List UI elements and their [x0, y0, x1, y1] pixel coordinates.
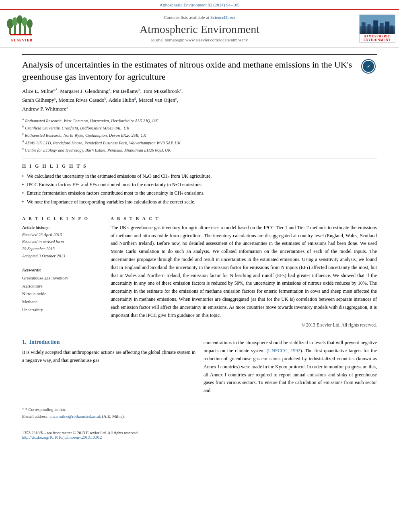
- email-label: E-mail address:: [22, 414, 49, 419]
- svg-point-3: [12, 17, 18, 26]
- intro-text-left: It is widely accepted that anthropogenic…: [22, 349, 195, 365]
- science-direct-prefix: Contents lists available at: [164, 15, 210, 20]
- unfccc-link[interactable]: UNFCCC, 1992: [268, 348, 300, 353]
- abstract-title: A B S T R A C T: [111, 216, 377, 221]
- svg-rect-14: [367, 24, 370, 33]
- keyword-5: Uncertainty: [22, 306, 103, 314]
- svg-rect-15: [373, 21, 378, 34]
- highlight-3: Enteric fermentation emission factors co…: [22, 189, 377, 197]
- intro-col-left: 1. Introduction It is widely accepted th…: [22, 339, 195, 395]
- footer-bottom: 1352-2310/$ – see front matter © 2013 El…: [22, 428, 377, 440]
- crossmark-icon: ✓: [361, 59, 376, 74]
- keyword-1: Greenhouse gas inventory: [22, 274, 103, 282]
- corresponding-label: * Corresponding author.: [25, 407, 66, 412]
- elsevier-logo-area: ELSEVIER: [0, 13, 44, 44]
- affil-e: e Centre for Ecology and Hydrology, Bush…: [22, 146, 377, 153]
- crossmark-area: ✓: [361, 59, 377, 76]
- article-info-title: A R T I C L E I N F O: [22, 216, 103, 221]
- author-adele: Adele Hulind: [109, 97, 136, 103]
- keyword-4: Methane: [22, 298, 103, 306]
- divider-2: [22, 211, 377, 211]
- journal-reference: Atmospheric Environment 82 (2014) 94–105: [0, 0, 399, 9]
- svg-rect-4: [19, 23, 21, 34]
- corresponding-author-note: * * Corresponding author.: [22, 407, 377, 413]
- highlight-2: IPCC Emission factors EF₁ and EF₅ contri…: [22, 181, 377, 189]
- svg-rect-6: [24, 25, 26, 34]
- svg-rect-2: [14, 25, 16, 34]
- intro-section-title: 1. Introduction: [22, 339, 195, 345]
- article-title: Analysis of uncertainties in the estimat…: [22, 59, 355, 82]
- email-suffix: (A.E. Milne).: [102, 414, 125, 419]
- journal-cover-area: ATMOSPHERIC ENVIRONMENT: [355, 13, 399, 44]
- author-pat: Pat Bellamyb: [113, 88, 140, 94]
- author-andrew: Andrew P. Whitmorea: [22, 106, 68, 112]
- science-direct-link[interactable]: ScienceDirect: [210, 15, 235, 20]
- author-margaret: Margaret J. Glendininga: [60, 88, 110, 94]
- author-sarah: Sarah Gilhespyc: [22, 97, 56, 103]
- introduction-section: 1. Introduction It is widely accepted th…: [22, 334, 377, 395]
- author-monica: Monica Rivas Casadob: [58, 97, 106, 103]
- highlight-4: We note the importance of incorporating …: [22, 198, 377, 206]
- issn-text: 1352-2310/$ – see front matter © 2013 El…: [22, 431, 138, 435]
- svg-rect-18: [390, 25, 393, 33]
- article-title-section: Analysis of uncertainties in the estimat…: [22, 54, 377, 82]
- svg-rect-16: [380, 23, 383, 33]
- received-revised-label: Received in revised form: [22, 238, 103, 245]
- affil-c: c Rothamsted Research, North Wyke, Okeha…: [22, 131, 377, 138]
- atmos-env-label: ATMOSPHERIC ENVIRONMENT: [360, 34, 395, 42]
- journal-reference-link[interactable]: Atmospheric Environment 82 (2014) 94–105: [160, 2, 240, 7]
- intro-text-right: concentrations in the atmosphere should …: [204, 339, 377, 395]
- authors-line: Alice E. Milnea,*, Margaret J. Glendinin…: [22, 86, 377, 113]
- article-info-abstract: A R T I C L E I N F O Article history: R…: [22, 216, 377, 328]
- highlight-1: We calculated the uncertainty in the est…: [22, 173, 377, 180]
- accepted-date: Accepted 3 October 2013: [22, 253, 103, 260]
- intro-two-col: 1. Introduction It is widely accepted th…: [22, 339, 377, 395]
- journal-header: ELSEVIER Contents lists available at Sci…: [0, 9, 399, 48]
- main-content: Analysis of uncertainties in the estimat…: [0, 48, 399, 446]
- keywords-label: Keywords:: [22, 266, 103, 274]
- author-tom: Tom Misselbrookc: [143, 88, 181, 94]
- email-note: E-mail address: alice.milne@rothamsted.a…: [22, 413, 377, 420]
- footer-issn: 1352-2310/$ – see front matter © 2013 El…: [22, 431, 138, 440]
- elsevier-tree-icon: [7, 15, 37, 37]
- elsevier-brand-text: ELSEVIER: [11, 38, 33, 42]
- doi-link[interactable]: http://dx.doi.org/10.1016/j.atmosenv.201…: [22, 435, 102, 440]
- article-history: Article history: Received 23 April 2013 …: [22, 224, 103, 260]
- abstract-body: The UK's greenhouse gas inventory for ag…: [111, 224, 377, 320]
- cover-image-sim: [360, 15, 395, 34]
- journal-homepage: journal homepage: www.elsevier.com/locat…: [151, 37, 248, 42]
- email-link[interactable]: alice.milne@rothamsted.ac.uk: [49, 414, 101, 419]
- svg-rect-13: [361, 23, 365, 34]
- intro-col-right: concentrations in the atmosphere should …: [204, 339, 377, 395]
- received-date: Received 23 April 2013: [22, 231, 103, 238]
- abstract-copyright: © 2013 Elsevier Ltd. All rights reserved…: [111, 322, 377, 327]
- affiliations: a Rothamsted Research, West Common, Harp…: [22, 117, 377, 153]
- journal-title: Atmospheric Environment: [140, 23, 259, 36]
- abstract-col: A B S T R A C T The UK's greenhouse gas …: [111, 216, 377, 328]
- footer-notes: * * Corresponding author. E-mail address…: [22, 403, 377, 420]
- affil-b: b Cranfield University, Cranfield, Bedfo…: [22, 124, 377, 131]
- keyword-3: Nitrous oxide: [22, 290, 103, 298]
- svg-rect-10: [10, 34, 32, 35]
- journal-title-area: Contents lists available at ScienceDirec…: [44, 13, 355, 44]
- affil-d: d ADAS UK LTD, Pendeford House, Pendefor…: [22, 139, 377, 146]
- svg-point-9: [27, 19, 33, 28]
- received-revised-date: 29 September 2013: [22, 245, 103, 253]
- keyword-2: Agriculture: [22, 282, 103, 290]
- history-label: Article history:: [22, 224, 103, 231]
- journal-cover-image: ATMOSPHERIC ENVIRONMENT: [359, 14, 395, 43]
- svg-point-5: [17, 15, 23, 24]
- keywords-block: Keywords: Greenhouse gas inventory Agric…: [22, 266, 103, 314]
- science-direct-line: Contents lists available at ScienceDirec…: [164, 15, 235, 20]
- corresponding-star: *: [22, 407, 25, 412]
- divider-1: [22, 158, 377, 158]
- article-info-col: A R T I C L E I N F O Article history: R…: [22, 216, 103, 328]
- author-alice: Alice E. Milnea,*: [22, 88, 58, 94]
- svg-rect-17: [385, 22, 389, 34]
- highlights-section: H I G H L I G H T S We calculated the un…: [22, 163, 377, 206]
- highlights-title: H I G H L I G H T S: [22, 163, 377, 169]
- svg-point-7: [22, 17, 27, 26]
- svg-text:✓: ✓: [367, 64, 370, 69]
- affil-a: a Rothamsted Research, West Common, Harp…: [22, 117, 377, 124]
- svg-rect-12: [360, 26, 395, 34]
